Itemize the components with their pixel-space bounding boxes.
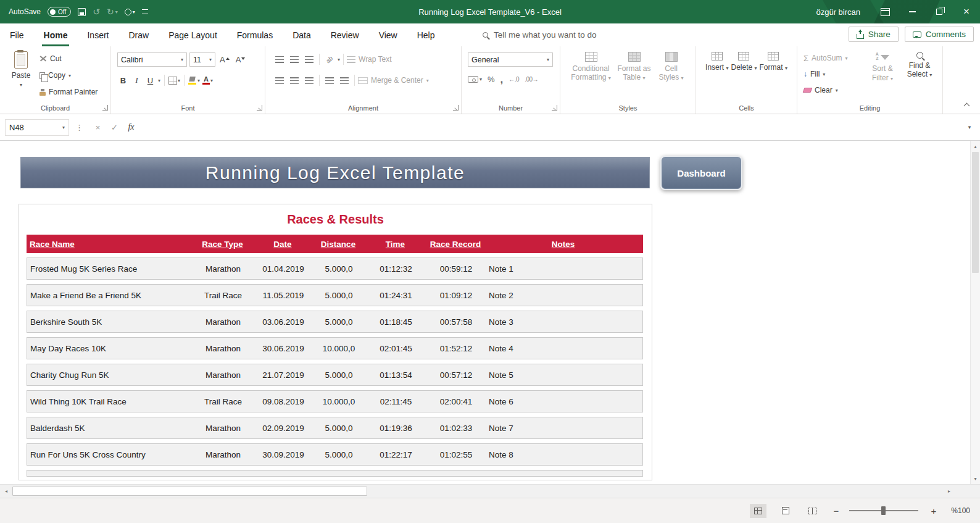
italic-button[interactable]: I	[131, 73, 143, 87]
distance-cell[interactable]: 5.000,0	[314, 317, 363, 327]
redo-button[interactable]: ↻▾	[107, 7, 118, 17]
table-row[interactable]: Make a Friend Be a Friend 5K Trail Race …	[27, 284, 643, 306]
date-cell[interactable]: 03.06.2019	[252, 317, 314, 327]
zoom-slider[interactable]	[849, 510, 918, 511]
table-row[interactable]: Run For Uns 5K Cross Country Marathon 30…	[27, 443, 643, 466]
race-type-cell[interactable]: Trail Race	[194, 397, 252, 406]
decrease-font-size-button[interactable]: A	[234, 55, 247, 64]
increase-decimal-button[interactable]: ←.0	[509, 76, 519, 83]
cut-button[interactable]: Cut	[39, 52, 98, 65]
font-name-combo[interactable]: Calibri▾	[117, 52, 187, 67]
increase-indent-button[interactable]	[338, 73, 351, 87]
align-left-button[interactable]	[273, 73, 286, 87]
table-row[interactable]: Balderdash 5K Marathon 02.09.2019 5.000,…	[27, 417, 643, 439]
race-name-cell[interactable]: Run For Uns 5K Cross Country	[27, 450, 194, 459]
time-cell[interactable]: 01:13:54	[363, 370, 428, 380]
zoom-in-button[interactable]: +	[929, 506, 938, 516]
notes-cell[interactable]: Note 6	[484, 397, 641, 406]
race-name-cell[interactable]: Make a Friend Be a Friend 5K	[27, 291, 194, 300]
scroll-left-icon[interactable]: ◂	[1, 485, 11, 498]
tab-draw[interactable]: Draw	[118, 23, 159, 46]
race-type-cell[interactable]: Marathon	[194, 370, 252, 380]
table-row[interactable]: Berkshire South 5K Marathon 03.06.2019 5…	[27, 311, 643, 333]
race-record-cell[interactable]: 02:00:41	[428, 397, 484, 406]
date-cell[interactable]: 30.06.2019	[252, 344, 314, 353]
comma-style-button[interactable]: ,	[500, 77, 504, 82]
date-cell[interactable]: 11.05.2019	[252, 291, 314, 300]
race-record-cell[interactable]: 01:52:12	[428, 344, 484, 353]
decrease-indent-button[interactable]	[323, 73, 336, 87]
distance-cell[interactable]: 10.000,0	[314, 344, 363, 353]
copy-button[interactable]: Copy▾	[39, 69, 98, 82]
page-layout-view-button[interactable]	[777, 504, 794, 518]
notes-cell[interactable]: Note 3	[484, 317, 641, 327]
notes-cell[interactable]: Note 5	[484, 370, 641, 380]
close-button[interactable]: ×	[953, 0, 980, 23]
cell-styles-button[interactable]: Cell Styles ▾	[657, 52, 686, 82]
ribbon-display-options-button[interactable]	[871, 0, 899, 23]
clear-button[interactable]: Clear▾	[804, 84, 847, 96]
insert-cells-button[interactable]: Insert ▾	[705, 52, 728, 72]
number-format-combo[interactable]: General▾	[468, 52, 553, 67]
worksheet[interactable]: Running Log Excel Template Dashboard Rac…	[0, 141, 970, 484]
align-center-button[interactable]	[288, 73, 301, 87]
percent-style-button[interactable]: %	[488, 75, 495, 84]
notes-cell[interactable]: Note 1	[484, 264, 641, 274]
font-color-button[interactable]: A▾	[202, 73, 214, 87]
race-name-cell[interactable]: Balderdash 5K	[27, 424, 194, 433]
align-top-button[interactable]	[273, 52, 286, 66]
tab-file[interactable]: File	[0, 23, 34, 46]
save-button[interactable]	[78, 8, 86, 16]
table-row[interactable]: Frosted Mug 5K Series Race Marathon 01.0…	[27, 257, 643, 280]
page-break-view-button[interactable]	[804, 504, 821, 518]
race-record-cell[interactable]: 00:57:12	[428, 370, 484, 380]
scroll-down-icon[interactable]: ▾	[971, 474, 980, 483]
horizontal-scrollbar-thumb[interactable]	[12, 487, 367, 496]
notes-cell[interactable]: Note 7	[484, 424, 641, 433]
race-type-cell[interactable]: Marathon	[194, 317, 252, 327]
borders-button[interactable]: ▾	[168, 73, 180, 87]
date-cell[interactable]: 01.04.2019	[252, 264, 314, 274]
align-right-button[interactable]	[302, 73, 316, 87]
vertical-scrollbar[interactable]: ▴ ▾	[970, 141, 980, 484]
font-size-combo[interactable]: 11▾	[189, 52, 215, 67]
format-cells-button[interactable]: Format ▾	[760, 52, 787, 72]
race-name-cell[interactable]: Frosted Mug 5K Series Race	[27, 264, 194, 274]
race-type-cell[interactable]: Marathon	[194, 264, 252, 274]
tab-insert[interactable]: Insert	[77, 23, 118, 46]
clipboard-dialog-launcher-icon[interactable]	[102, 105, 108, 111]
zoom-out-button[interactable]: −	[832, 506, 841, 516]
delete-cells-button[interactable]: Delete ▾	[731, 52, 757, 72]
underline-button[interactable]: U	[144, 73, 156, 87]
formula-bar-expand-icon[interactable]: ▾	[961, 124, 978, 130]
tab-formulas[interactable]: Formulas	[227, 23, 283, 46]
notes-cell[interactable]: Note 8	[484, 450, 641, 459]
distance-cell[interactable]: 10.000,0	[314, 397, 363, 406]
race-type-cell[interactable]: Trail Race	[194, 291, 252, 300]
scroll-up-icon[interactable]: ▴	[971, 141, 980, 151]
touch-mode-button[interactable]: ▾	[125, 9, 135, 15]
cancel-button[interactable]: ×	[89, 119, 106, 136]
chevron-down-icon[interactable]: ▾	[158, 78, 160, 83]
share-button[interactable]: Share	[849, 27, 899, 42]
distance-cell[interactable]: 5.000,0	[314, 370, 363, 380]
date-cell[interactable]: 09.08.2019	[252, 397, 314, 406]
normal-view-button[interactable]	[750, 504, 766, 518]
race-record-cell[interactable]: 01:02:55	[428, 450, 484, 459]
minimize-button[interactable]	[899, 0, 926, 23]
zoom-slider-thumb[interactable]	[881, 506, 886, 515]
race-record-cell[interactable]: 00:59:12	[428, 264, 484, 274]
date-cell[interactable]: 02.09.2019	[252, 424, 314, 433]
scroll-right-icon[interactable]: ▸	[944, 485, 954, 498]
format-as-table-button[interactable]: Format as Table ▾	[614, 52, 655, 82]
format-painter-button[interactable]: Format Painter	[39, 86, 98, 98]
decrease-decimal-button[interactable]: .00→	[525, 76, 538, 83]
race-record-cell[interactable]: 01:02:33	[428, 424, 484, 433]
vertical-scrollbar-thumb[interactable]	[972, 152, 979, 273]
table-row[interactable]: Wild Thing 10K Trail Race Trail Race 09.…	[27, 390, 643, 412]
tab-data[interactable]: Data	[283, 23, 321, 46]
comments-button[interactable]: Comments	[905, 27, 974, 42]
table-row[interactable]: May Day Races 10K Marathon 30.06.2019 10…	[27, 337, 643, 359]
font-dialog-launcher-icon[interactable]	[257, 105, 262, 111]
restore-button[interactable]	[926, 0, 953, 23]
